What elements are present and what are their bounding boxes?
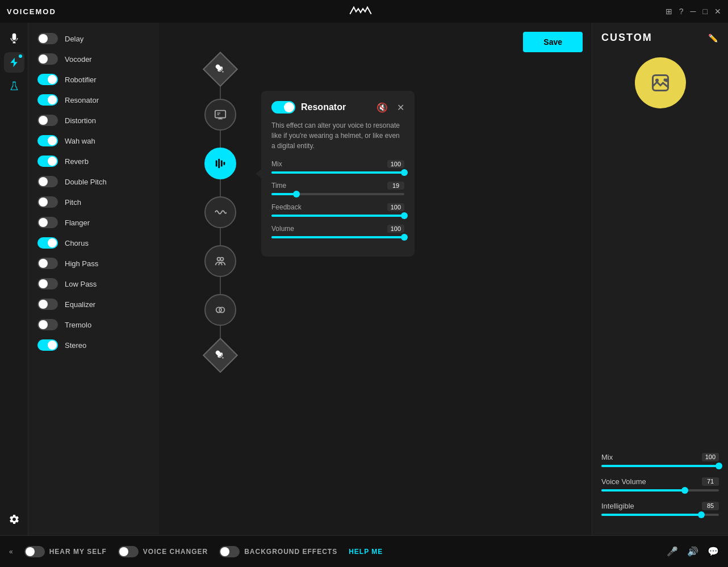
bottom-bar: « HEAR MY SELF VOICE CHANGER BACKGROUND …: [0, 535, 728, 567]
right-panel: CUSTOM ✏️ Mix 100 Voice Volume 71 Intell…: [592, 23, 728, 535]
slider-track-mix[interactable]: [271, 171, 404, 174]
slider-thumb-mix[interactable]: [401, 169, 408, 176]
nav-bolt[interactable]: [4, 52, 24, 73]
effect-item-flanger[interactable]: Flanger: [28, 212, 159, 233]
toggle-high_pass[interactable]: [37, 258, 58, 269]
chain-line: [220, 179, 221, 196]
slider-track-time[interactable]: [271, 193, 404, 195]
nav-mic[interactable]: [4, 28, 24, 49]
edit-icon[interactable]: ✏️: [708, 33, 719, 43]
monitor-icon[interactable]: ⊞: [666, 7, 672, 16]
slider-fill-feedback: [271, 215, 404, 217]
save-btn-area: Save: [523, 32, 583, 52]
effect-item-reverb[interactable]: Reverb: [28, 151, 159, 171]
svg-rect-0: [215, 111, 225, 118]
chain-node-group[interactable]: [204, 245, 236, 277]
maximize-icon[interactable]: □: [703, 7, 708, 16]
effect-item-tremolo[interactable]: Tremolo: [28, 314, 159, 335]
toggle-chorus[interactable]: [37, 237, 58, 249]
toggle-pitch[interactable]: [37, 196, 58, 208]
right-slider-value-mix: 100: [702, 453, 719, 461]
right-slider-track-mix[interactable]: [601, 465, 719, 467]
hear-myself-label: HEAR MY SELF: [49, 548, 107, 556]
chain-node-output[interactable]: [203, 338, 238, 373]
chain-node-wave[interactable]: [204, 196, 236, 228]
chain-line: [220, 277, 221, 294]
mic-slash-icon[interactable]: 🎤: [667, 546, 678, 557]
slider-row-feedback: Feedback 100: [271, 203, 404, 217]
slider-track-feedback[interactable]: [271, 215, 404, 217]
save-button[interactable]: Save: [523, 32, 583, 52]
toggle-low_pass[interactable]: [37, 278, 58, 289]
chain-node-input[interactable]: [203, 52, 238, 87]
mic-out-icon: [214, 349, 227, 362]
effect-name-flanger: Flanger: [65, 219, 90, 227]
toggle-double_pitch[interactable]: [37, 176, 58, 187]
nav-settings[interactable]: [4, 509, 24, 530]
slider-track-volume[interactable]: [271, 236, 404, 238]
effect-name-distortion: Distortion: [65, 116, 96, 125]
hear-myself-toggle[interactable]: [24, 546, 45, 557]
toggle-flanger[interactable]: [37, 217, 58, 228]
nav-flask[interactable]: [4, 76, 24, 96]
right-slider-thumb[interactable]: [698, 511, 705, 518]
chain-node-screen[interactable]: [204, 99, 236, 131]
toggle-stereo[interactable]: [37, 339, 58, 351]
toggle-delay[interactable]: [37, 33, 58, 44]
effect-item-stereo[interactable]: Stereo: [28, 335, 159, 355]
resonator-popup: Resonator 🔇 ✕ This effect can alter your…: [261, 91, 415, 257]
effect-item-low_pass[interactable]: Low Pass: [28, 274, 159, 294]
slider-fill-volume: [271, 236, 404, 238]
effect-item-resonator[interactable]: Resonator: [28, 90, 159, 110]
minimize-icon[interactable]: ─: [691, 7, 696, 16]
effect-name-delay: Delay: [65, 35, 83, 43]
toggle-equalizer[interactable]: [37, 299, 58, 310]
toggle-reverb[interactable]: [37, 156, 58, 167]
effect-item-equalizer[interactable]: Equalizer: [28, 294, 159, 314]
background-effects-toggle[interactable]: [219, 546, 240, 557]
help-me-btn[interactable]: HELP ME: [349, 548, 383, 556]
mute-icon[interactable]: 🔇: [376, 102, 388, 113]
effect-item-robotifier[interactable]: Robotifier: [28, 69, 159, 90]
toggle-resonator[interactable]: [37, 94, 58, 106]
slider-thumb-feedback[interactable]: [401, 212, 408, 219]
speaker-icon[interactable]: 🔊: [687, 546, 698, 557]
bottom-right-controls: 🎤 🔊 💬: [667, 546, 719, 557]
chain-node-resonator[interactable]: [204, 148, 236, 179]
effect-item-distortion[interactable]: Distortion: [28, 110, 159, 131]
toggle-tremolo[interactable]: [37, 319, 58, 330]
effect-item-vocoder[interactable]: Vocoder: [28, 49, 159, 69]
resonator-toggle[interactable]: [271, 101, 295, 114]
slider-thumb-volume[interactable]: [401, 234, 408, 241]
slider-label-feedback: Feedback: [271, 203, 302, 211]
right-sliders: Mix 100 Voice Volume 71 Intelligible 85: [601, 453, 719, 526]
custom-image-placeholder[interactable]: [635, 57, 686, 108]
voice-changer-toggle[interactable]: [118, 546, 139, 557]
expand-sidebar-btn[interactable]: «: [9, 548, 13, 556]
right-slider-thumb[interactable]: [716, 463, 722, 469]
right-slider-value-intelligible: 85: [702, 502, 719, 510]
right-slider-label-mix: Mix: [601, 453, 613, 461]
bars-icon: [214, 157, 227, 170]
effect-item-wahwah[interactable]: Wah wah: [28, 131, 159, 151]
question-icon[interactable]: ?: [679, 7, 684, 16]
right-slider-track-intelligible[interactable]: [601, 514, 719, 516]
toggle-vocoder[interactable]: [37, 53, 58, 65]
close-icon[interactable]: ✕: [714, 7, 721, 16]
effect-item-delay[interactable]: Delay: [28, 28, 159, 49]
toggle-robotifier[interactable]: [37, 74, 58, 85]
slider-thumb-time[interactable]: [293, 191, 300, 198]
effect-item-high_pass[interactable]: High Pass: [28, 253, 159, 274]
chat-icon[interactable]: 💬: [708, 546, 719, 557]
effect-item-chorus[interactable]: Chorus: [28, 233, 159, 253]
toggle-distortion[interactable]: [37, 115, 58, 126]
vm-icon: [349, 5, 372, 19]
right-slider-track-voice-volume[interactable]: [601, 489, 719, 492]
effect-item-double_pitch[interactable]: Double Pitch: [28, 171, 159, 192]
slider-label-mix: Mix: [271, 160, 282, 168]
close-popup-icon[interactable]: ✕: [397, 102, 404, 113]
right-slider-thumb[interactable]: [681, 487, 688, 494]
chain-node-rings[interactable]: [204, 294, 236, 326]
effect-item-pitch[interactable]: Pitch: [28, 192, 159, 212]
toggle-wahwah[interactable]: [37, 135, 58, 146]
